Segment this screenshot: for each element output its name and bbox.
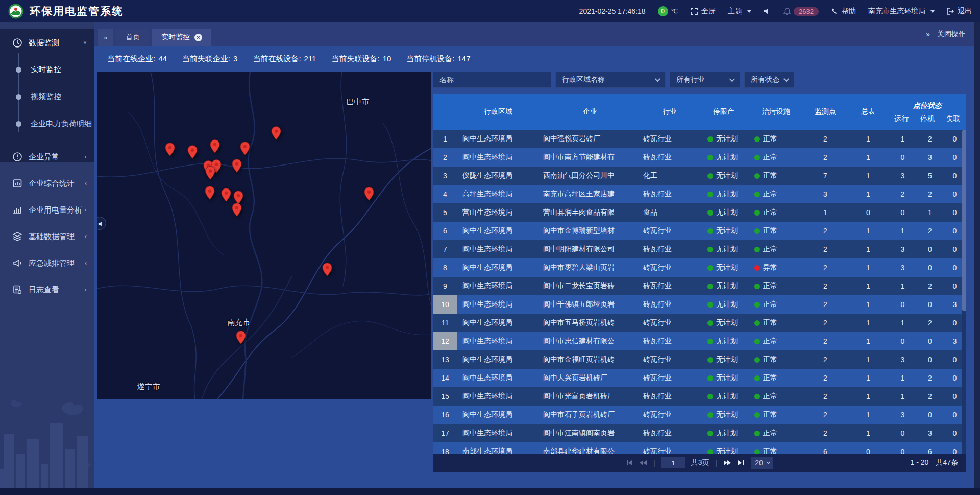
cell-monitor-points: 2: [803, 130, 848, 148]
cell-facility-status: 正常: [749, 295, 803, 314]
close-operations-button[interactable]: 关闭操作: [937, 30, 966, 39]
cell-production-status: 无计划: [698, 130, 749, 148]
cell-stopped: 0: [917, 332, 943, 350]
scrollbar-track[interactable]: [962, 130, 966, 454]
page-size-select[interactable]: 20: [751, 457, 773, 469]
status-dot-icon: [754, 284, 760, 289]
sidebar-item-enterprise-abnormal[interactable]: 企业异常 ‹: [0, 144, 94, 170]
table-row[interactable]: 13 阆中生态环境局 阆中市金福旺页岩机砖 砖瓦行业 无计划 正常 2 1 3 …: [433, 350, 966, 369]
chevron-left-icon: ‹: [85, 233, 87, 240]
map-pin[interactable]: [187, 145, 198, 159]
row-index: 14: [433, 369, 457, 387]
user-dropdown[interactable]: 南充市生态环境局: [868, 7, 935, 16]
cell-facility-status: 正常: [749, 406, 803, 424]
table-row[interactable]: 18 南部生态环境局 南部县建华建材有限公 砖瓦行业 无计划 正常 6 0 0 …: [433, 442, 966, 454]
notifications[interactable]: 2632: [783, 7, 819, 16]
tab-home[interactable]: 首页: [116, 29, 149, 46]
map-pin[interactable]: [205, 166, 216, 180]
table-row[interactable]: 8 阆中生态环境局 阆中市枣碧大梁山页岩 砖瓦行业 无计划 异常 2 1 3 0…: [433, 258, 966, 277]
table-row[interactable]: 9 阆中生态环境局 阆中市二龙长宝页岩砖 砖瓦行业 无计划 正常 2 1 1 2…: [433, 277, 966, 295]
sidebar-item-basic-data-management[interactable]: 基础数据管理 ‹: [0, 223, 94, 250]
table-row[interactable]: 1 阆中生态环境局 阆中强锐页岩砖厂 砖瓦行业 无计划 正常 2 1 1 2 0: [433, 130, 966, 148]
sidebar-item-realtime-monitoring[interactable]: 实时监控: [0, 56, 94, 83]
cell-running: 2: [889, 185, 917, 203]
last-page-button[interactable]: [738, 460, 745, 466]
map-pin[interactable]: [209, 139, 220, 154]
map-pin[interactable]: [231, 159, 242, 173]
map-pin[interactable]: [239, 142, 251, 156]
logout-button[interactable]: 退出: [947, 7, 972, 16]
map-panel[interactable]: 巴中市南充市遂宁市 ◀: [97, 72, 431, 399]
map-pin[interactable]: [220, 188, 232, 202]
table-row[interactable]: 15 阆中生态环境局 阆中市光富页岩机砖厂 砖瓦行业 无计划 正常 2 1 1 …: [433, 387, 966, 406]
table-row[interactable]: 12 阆中生态环境局 阆中市忠信建材有限公 砖瓦行业 无计划 正常 2 1 0 …: [433, 332, 966, 350]
status-select[interactable]: 所有状态: [744, 72, 794, 88]
tabs-scroll-right-button[interactable]: »: [926, 30, 930, 38]
table-row[interactable]: 7 阆中生态环境局 阆中明阳建材有限公司 砖瓦行业 无计划 正常 2 1 3 0…: [433, 240, 966, 258]
cell-industry: 砖瓦行业: [641, 240, 698, 258]
map-pin[interactable]: [204, 186, 215, 200]
tabs-scroll-left-button[interactable]: «: [98, 29, 113, 46]
map-pin[interactable]: [271, 126, 282, 140]
sidebar-item-power-usage-analysis[interactable]: 企业用电量分析 ‹: [0, 197, 94, 223]
map-pin[interactable]: [363, 187, 375, 201]
table-row[interactable]: 14 阆中生态环境局 阆中大兴页岩机砖厂 砖瓦行业 无计划 正常 2 1 1 2…: [433, 369, 966, 387]
cell-facility-status: 正常: [749, 277, 803, 295]
status-dot-icon: [754, 412, 760, 418]
mute-button[interactable]: [764, 8, 771, 15]
sidebar-item-video-monitoring[interactable]: 视频监控: [0, 83, 94, 110]
bottom-edge-strip: [0, 488, 980, 495]
table-row[interactable]: 4 高坪生态环境局 南充市高坪区王家店建 砖瓦行业 无计划 正常 3 1 2 2…: [433, 185, 966, 203]
status-dot-icon: [754, 247, 760, 252]
name-search-input[interactable]: [439, 76, 545, 84]
cell-industry: 砖瓦行业: [641, 442, 698, 454]
row-index: 18: [433, 442, 457, 454]
industry-select[interactable]: 所有行业: [670, 72, 740, 88]
sidebar-item-emergency-reduction[interactable]: 应急减排管理 ‹: [0, 250, 94, 276]
chevron-down-icon: ˅: [83, 39, 87, 46]
city-skyline-decoration: [0, 388, 94, 495]
tab-realtime-monitoring[interactable]: 实时监控 ×: [152, 29, 211, 46]
sidebar-item-enterprise-statistics[interactable]: 企业综合统计 ‹: [0, 170, 94, 197]
table-row[interactable]: 3 仪陇生态环境局 西南油气田分公司川中 化工 无计划 正常 7 1 3 5 0: [433, 167, 966, 185]
region-select[interactable]: 行政区域名称: [555, 72, 666, 88]
table-row[interactable]: 16 阆中生态环境局 阆中市石子页岩机砖厂 砖瓦行业 无计划 正常 2 1 3 …: [433, 406, 966, 424]
stats-bar: 当前在线企业:44 当前失联企业:3 当前在线设备:211 当前失联设备:10 …: [94, 46, 974, 72]
table-row[interactable]: 2 阆中生态环境局 阆中市南方节能建材有 砖瓦行业 无计划 正常 2 1 0 3…: [433, 148, 966, 167]
chevron-down-icon: [729, 76, 735, 82]
datetime: 2021-02-25 17:46:18: [579, 7, 646, 15]
table-header: 行政区域 企业 行业 停限产 治污设施 监测点 总表 点位状态 运行 停机 失联: [433, 94, 966, 130]
pagination-bar: | 共3页 | 20 1 - 20 共47条: [433, 454, 966, 472]
sidebar-item-log-view[interactable]: 日志查看 ‹: [0, 276, 94, 303]
next-page-button[interactable]: [723, 460, 731, 466]
prev-page-button[interactable]: [639, 460, 647, 466]
table-row[interactable]: 10 阆中生态环境局 阆中千佛镇五郎垭页岩 砖瓦行业 无计划 正常 2 1 0 …: [433, 295, 966, 314]
name-search-field[interactable]: [433, 72, 551, 88]
table-row[interactable]: 11 阆中生态环境局 阆中市五马桥页岩机砖 砖瓦行业 无计划 正常 2 1 1 …: [433, 314, 966, 332]
speaker-muted-icon: [764, 8, 771, 15]
table-row[interactable]: 6 阆中生态环境局 阆中市金博瑞新型墙材 砖瓦行业 无计划 正常 2 1 1 2…: [433, 222, 966, 240]
map-pin[interactable]: [235, 331, 247, 345]
sidebar-item-power-load-detail[interactable]: 企业电力负荷明细: [0, 110, 94, 137]
cell-meters: 1: [848, 222, 889, 240]
sidebar-item-data-monitoring[interactable]: 数据监测 ˅: [0, 30, 94, 56]
scrollbar-thumb[interactable]: [962, 130, 966, 311]
cell-running: 1: [889, 314, 917, 332]
table-row[interactable]: 5 营山生态环境局 营山县润丰肉食品有限 食品 无计划 正常 1 0 0 1 0: [433, 203, 966, 222]
page-number-input[interactable]: [662, 457, 685, 468]
cell-monitor-points: 1: [803, 203, 848, 222]
map-pin[interactable]: [322, 263, 333, 277]
cell-stopped: 0: [917, 350, 943, 369]
help-button[interactable]: 帮助: [831, 7, 856, 16]
first-page-button[interactable]: [626, 460, 633, 466]
row-index: 11: [433, 314, 457, 332]
map-pin[interactable]: [164, 143, 176, 157]
cell-company: 阆中市江南镇阆南页岩: [539, 424, 641, 442]
close-tab-icon[interactable]: ×: [194, 34, 202, 41]
theme-dropdown[interactable]: 主题: [728, 7, 751, 16]
map-pin[interactable]: [231, 203, 242, 217]
main-content: 当前在线企业:44 当前失联企业:3 当前在线设备:211 当前失联设备:10 …: [94, 46, 974, 488]
fullscreen-button[interactable]: 全屏: [690, 7, 716, 16]
table-row[interactable]: 17 阆中生态环境局 阆中市江南镇阆南页岩 砖瓦行业 无计划 正常 2 1 0 …: [433, 424, 966, 442]
map-city-label: 南充市: [228, 318, 251, 327]
